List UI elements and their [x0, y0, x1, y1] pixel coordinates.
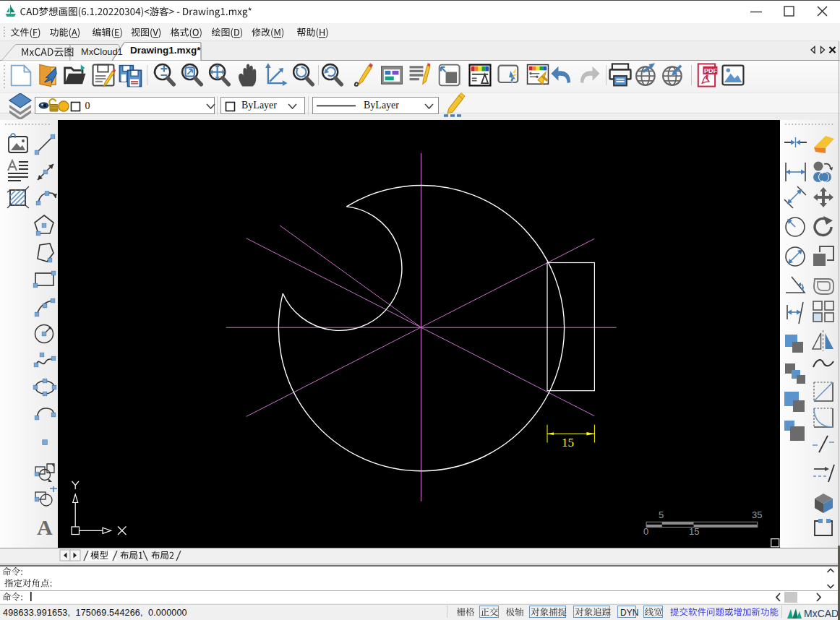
svg-text:15: 15 — [562, 436, 574, 449]
svg-text:PDF: PDF — [704, 66, 717, 74]
svg-text:35: 35 — [752, 509, 762, 520]
svg-text:15: 15 — [689, 526, 699, 537]
svg-text:0: 0 — [643, 526, 648, 537]
svg-text:5: 5 — [659, 509, 664, 520]
svg-text:A: A — [37, 515, 53, 539]
